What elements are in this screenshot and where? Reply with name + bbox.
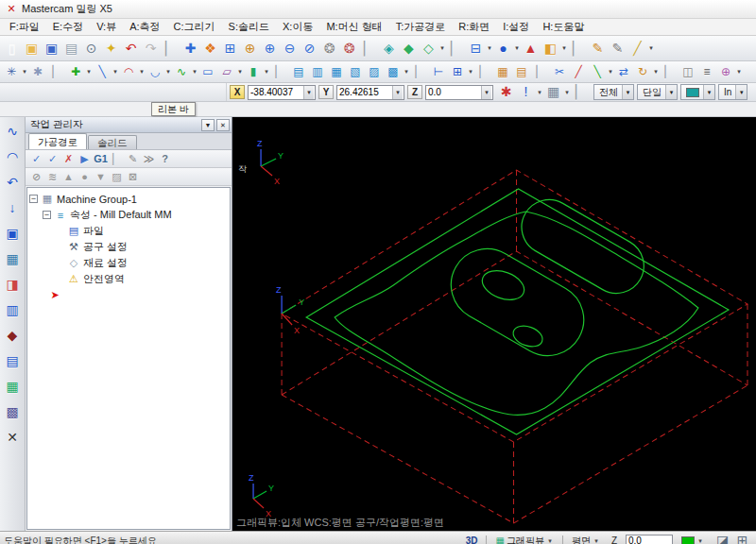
tree-expander-icon[interactable] — [56, 243, 64, 251]
plane-button[interactable]: 평면▾ — [569, 535, 603, 544]
redo-icon[interactable]: ↷ — [141, 38, 161, 59]
grid-snap-icon[interactable]: ▤ — [512, 63, 531, 81]
menu-edit[interactable]: E:수정 — [46, 19, 90, 35]
close-tool-icon[interactable]: ✕ — [3, 427, 23, 448]
z-depth-input[interactable] — [627, 536, 672, 544]
screen-combine-icon[interactable]: ◫ — [679, 63, 697, 81]
create-fillet-icon[interactable]: ◡▾ — [146, 63, 172, 81]
zoom-in-icon[interactable]: ⊕ — [260, 38, 280, 59]
grid-tool-icon[interactable]: ▦ — [3, 248, 23, 269]
tree-item-tool-settings[interactable]: ⚒ 공구 설정 — [27, 239, 230, 255]
unselect-ops-icon[interactable]: ✗ — [60, 151, 77, 167]
separator[interactable]: ▏ — [109, 151, 125, 167]
insert-arrow[interactable]: ➤ — [27, 287, 230, 303]
zoom-out-icon[interactable]: ⊖ — [280, 38, 300, 59]
menu-analyze[interactable]: A:측정 — [123, 19, 166, 35]
menu-create[interactable]: C:그리기 — [167, 19, 222, 35]
panel-collapse-button[interactable]: ▼ — [201, 119, 215, 131]
autocursor-icon[interactable]: ✳▾ — [2, 63, 28, 81]
post-g1-icon[interactable]: G1 — [93, 151, 109, 167]
tab-solids[interactable]: 솔리드 — [88, 135, 137, 149]
x-dropdown-icon[interactable]: ▾ — [303, 86, 314, 99]
guess-depth-icon[interactable]: !▾ — [516, 83, 543, 102]
attributes-icon[interactable]: ⊕▾ — [716, 63, 743, 81]
backplot-icon[interactable]: ▶ — [77, 151, 93, 167]
zoom-window-icon[interactable]: ⊞ — [220, 38, 240, 59]
color-combo[interactable]: ▾ — [680, 84, 715, 100]
gview-front-icon[interactable]: ◆ — [399, 38, 419, 59]
key-icon[interactable]: ✦ — [101, 38, 121, 59]
menu-file[interactable]: F:파일 — [3, 19, 46, 35]
regen-all-icon[interactable]: ✓ — [44, 151, 60, 167]
zoom-target-icon[interactable]: ⊕ — [240, 38, 260, 59]
grid-toggle-icon[interactable]: ▦▾ — [543, 83, 571, 102]
unzoom-icon[interactable]: ⊘ — [300, 38, 319, 59]
edit-ops-icon[interactable]: ✎ — [125, 151, 141, 167]
tab-toolpaths[interactable]: 가공경로 — [28, 133, 87, 149]
tree-item-machine-group[interactable]: − ▦ Machine Group-1 — [27, 191, 230, 207]
y-dropdown-icon[interactable]: ▾ — [392, 86, 403, 99]
toolpath-surface-icon[interactable]: ▨ — [365, 63, 384, 81]
sketch-pencil-icon[interactable]: ✎ — [588, 38, 608, 59]
snap-settings-icon[interactable]: ✱ — [28, 63, 47, 81]
curve-tool-icon[interactable]: ∿ — [3, 121, 23, 142]
level-box-icon[interactable]: □▾ — [750, 83, 756, 102]
y-axis-button[interactable]: Y — [318, 85, 334, 99]
solid-cube-icon[interactable]: ◧▾ — [541, 38, 568, 59]
gview-select-icon[interactable]: ⊞ — [732, 531, 752, 544]
delete-ops-icon[interactable]: ⊠ — [125, 169, 141, 185]
repaint-icon[interactable]: ❂ — [319, 38, 339, 59]
grid-settings-icon[interactable]: ▦ — [493, 63, 512, 81]
menu-xform[interactable]: X:이동 — [276, 19, 319, 35]
menu-help[interactable]: H:도움말 — [536, 19, 591, 35]
cad-canvas[interactable]: Z Y X 작 Z Y X Z Y X — [232, 117, 756, 531]
diamond-tool-icon[interactable]: ◆ — [3, 325, 23, 346]
x-axis-button[interactable]: X — [230, 85, 245, 99]
undo-icon[interactable]: ↶ — [121, 38, 141, 59]
green-grid-icon[interactable]: ▦ — [3, 376, 23, 397]
dynamic-rotate-icon[interactable]: ❖ — [200, 38, 220, 59]
file-properties-icon[interactable]: ⊙ — [81, 38, 101, 59]
menu-settings[interactable]: I:설정 — [496, 19, 536, 35]
fence-icon[interactable]: ≋ — [44, 169, 60, 185]
half-square-icon[interactable]: ◨ — [3, 274, 23, 295]
menu-view[interactable]: V:뷰 — [90, 19, 123, 35]
blank-screen-icon[interactable]: ❂ — [339, 38, 359, 59]
tree-expander-icon[interactable] — [56, 227, 64, 235]
separator[interactable]: ▏ — [446, 38, 466, 59]
plane-select-icon[interactable]: ⊟▾ — [466, 38, 493, 59]
create-rectangle-icon[interactable]: ▭ — [198, 63, 217, 81]
rows-tool-icon[interactable]: ▥ — [3, 299, 23, 320]
create-spline-icon[interactable]: ∿▾ — [172, 63, 198, 81]
units-combo[interactable]: In▾ — [718, 84, 747, 100]
move-up-icon[interactable]: ▲ — [60, 169, 77, 185]
separator[interactable]: ▏ — [270, 63, 289, 81]
tree-item-properties[interactable]: − ≡ 속성 - Mill Default MM — [27, 207, 230, 223]
x-coordinate-input[interactable] — [249, 86, 303, 98]
selection-single-combo[interactable]: 단일▾ — [637, 84, 678, 100]
new-file-icon[interactable]: ▯ — [2, 38, 22, 59]
panel-tool-icon[interactable]: ▣ — [3, 223, 23, 244]
separator[interactable]: ▏ — [359, 38, 379, 59]
hole-axis-icon[interactable]: ⊢ — [429, 63, 448, 81]
separator[interactable]: ▏ — [47, 63, 66, 81]
tree-expander-icon[interactable] — [37, 291, 45, 299]
create-point-icon[interactable]: ✚▾ — [66, 63, 93, 81]
create-arc-icon[interactable]: ◠▾ — [119, 63, 146, 81]
z-axis-button[interactable]: Z — [407, 85, 422, 99]
pattern-icon[interactable]: ⊞▾ — [448, 63, 474, 81]
trim-icon[interactable]: ✂ — [550, 63, 569, 81]
levels-icon[interactable]: ≡ — [697, 63, 716, 81]
lock-ops-icon[interactable]: ⊘ — [28, 169, 44, 185]
sketch-pencil2-icon[interactable]: ✎ — [608, 38, 627, 59]
selection-all-combo[interactable]: 전체▾ — [593, 84, 634, 100]
display-ops-icon[interactable]: ▨ — [109, 169, 125, 185]
tree-expander-icon[interactable]: − — [29, 195, 38, 203]
panel-close-button[interactable]: ✕ — [216, 119, 230, 131]
menu-screen[interactable]: R:화면 — [452, 19, 496, 35]
undo-curve-icon[interactable]: ↶ — [3, 172, 23, 193]
y-coordinate-input[interactable] — [337, 86, 392, 98]
separator[interactable]: ▏ — [531, 63, 550, 81]
graphics-viewport[interactable]: Z Y X 작 Z Y X Z Y X — [232, 117, 756, 531]
shaded-sphere-icon[interactable]: ●▾ — [493, 38, 521, 59]
